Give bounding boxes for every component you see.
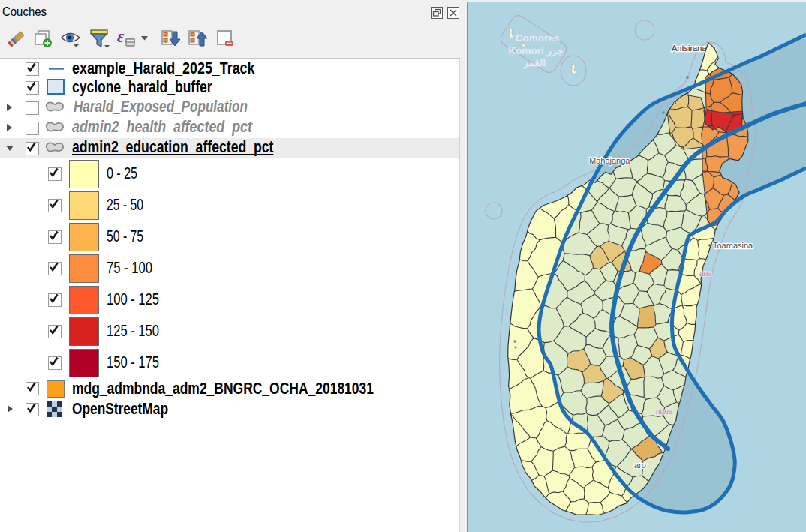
svg-text:ana: ana — [699, 269, 712, 278]
svg-text:Comores: Comores — [516, 32, 560, 44]
svg-text:Mahajanga: Mahajanga — [589, 156, 630, 165]
svg-text:aro: aro — [634, 461, 646, 470]
svg-text:nona: nona — [656, 407, 673, 416]
svg-text:Komori جزر: Komori جزر — [508, 45, 563, 57]
svg-text:Toamasina: Toamasina — [713, 241, 753, 250]
svg-text:القمر: القمر — [522, 57, 546, 69]
